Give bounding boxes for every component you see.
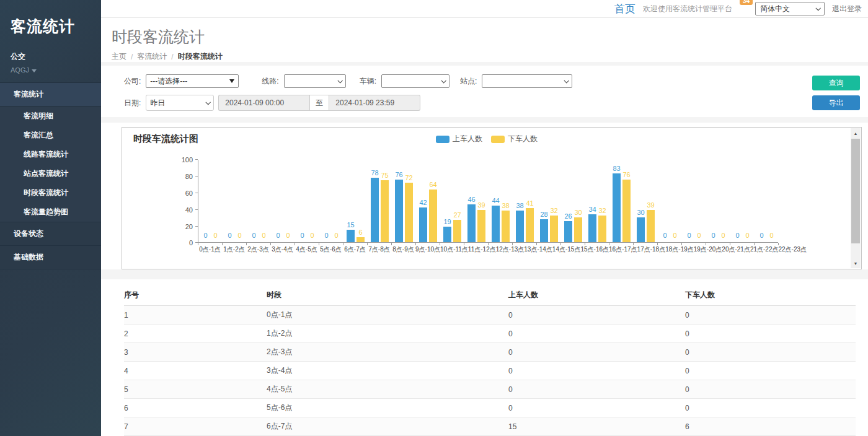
x-tick-label: 18点-19点: [665, 245, 694, 254]
y-tick-label: 0: [189, 239, 193, 246]
bar-group: 156: [343, 160, 368, 242]
scrollbar-thumb[interactable]: [851, 139, 860, 243]
bar-column: 0: [284, 160, 292, 242]
legend-label: 上车人数: [453, 134, 482, 144]
bar-group: 3432: [585, 160, 609, 242]
x-tick-label: 8点-9点: [391, 245, 415, 254]
sidebar-item-基础数据[interactable]: 基础数据: [0, 246, 101, 269]
line-label: 线路:: [262, 76, 278, 87]
date-start-input[interactable]: [218, 95, 309, 111]
bar: [405, 183, 413, 242]
scroll-up-icon[interactable]: ▲: [851, 128, 861, 138]
table-body: 10点-1点0021点-2点0032点-3点0043点-4点0054点-5点00…: [124, 306, 856, 436]
bar-group: 00: [319, 160, 343, 242]
logout-link[interactable]: 退出登录: [832, 4, 862, 14]
table-cell: 6: [124, 399, 267, 417]
bar-value-label: 75: [381, 172, 388, 179]
sidebar-item-线路客流统计[interactable]: 线路客流统计: [0, 145, 101, 164]
welcome-text: 欢迎使用客流统计管理平台: [643, 4, 732, 14]
vehicle-select[interactable]: [381, 74, 450, 88]
bar-group: 00: [223, 160, 247, 242]
bar-value-label: 38: [516, 203, 523, 209]
x-tick-label: 15点-16点: [580, 245, 609, 254]
bar-column: 0: [322, 160, 330, 242]
date-preset-select[interactable]: 昨日: [146, 95, 214, 111]
bar-value-label: 0: [252, 232, 255, 239]
bar-column: 0: [709, 160, 717, 242]
bar-column: 0: [758, 160, 766, 242]
bar-column: 0: [719, 160, 727, 242]
sidebar-item-客流统计[interactable]: 客流统计: [0, 83, 101, 107]
query-button[interactable]: 查询: [812, 76, 860, 90]
bar-column: 30: [574, 160, 582, 242]
sidebar-item-客流明细[interactable]: 客流明细: [0, 107, 101, 126]
bar: [502, 211, 510, 242]
bar-group: 7672: [392, 160, 416, 242]
bar-value-label: 76: [395, 172, 402, 178]
bar-column: 0: [661, 160, 669, 242]
legend-label: 下车人数: [508, 134, 538, 144]
table-cell: 0: [508, 380, 685, 399]
bar-column: 32: [598, 160, 606, 242]
bar-group: 00: [295, 160, 319, 242]
vehicle-label: 车辆:: [360, 76, 376, 87]
chevron-down-icon: [564, 78, 569, 83]
language-select[interactable]: 简体中文: [755, 2, 825, 15]
bar-column: 38: [502, 160, 510, 242]
scroll-down-icon[interactable]: ▼: [851, 258, 861, 268]
bar-group: 1927: [440, 160, 464, 242]
bar-column: 42: [419, 160, 427, 242]
bar-value-label: 0: [228, 232, 231, 239]
bar-group: 00: [755, 160, 779, 242]
app-window: 客流统计 公交 AQGJ 客流统计客流明细客流汇总线路客流统计站点客流统计时段客…: [0, 0, 868, 436]
bar-column: 41: [526, 160, 534, 242]
x-tick-label: 20点-21点: [722, 245, 750, 254]
bar: [613, 173, 621, 242]
date-range-separator: 至: [309, 95, 329, 111]
bar-column: 76: [395, 160, 403, 242]
breadcrumb-parent[interactable]: 客流统计: [137, 51, 167, 62]
table-header-row: 序号时段上车人数下车人数: [124, 286, 856, 306]
bar-column: 15: [347, 160, 355, 242]
sidebar-item-站点客流统计[interactable]: 站点客流统计: [0, 164, 101, 183]
sidebar-item-时段客流统计[interactable]: 时段客流统计: [0, 183, 101, 203]
line-select[interactable]: [284, 74, 346, 88]
bar-column: 75: [381, 160, 389, 242]
bar-value-label: 0: [745, 232, 749, 239]
table-cell: 0点-1点: [267, 306, 508, 325]
table-cell: 0: [685, 362, 856, 380]
x-tick-label: 1点-2点: [222, 245, 246, 254]
export-button[interactable]: 导出: [812, 95, 860, 110]
sidebar-item-设备状态[interactable]: 设备状态: [0, 222, 101, 246]
home-link[interactable]: 首页: [614, 2, 636, 16]
bar-value-label: 0: [300, 232, 304, 239]
table-cell: 2: [124, 325, 267, 343]
sidebar-item-客流汇总[interactable]: 客流汇总: [0, 126, 101, 145]
date-end-input[interactable]: [329, 95, 420, 111]
station-select[interactable]: [482, 74, 572, 88]
breadcrumb-home[interactable]: 主页: [112, 51, 126, 62]
top-bar: 首页 欢迎使用客流统计管理平台 34 简体中文 退出登录: [101, 0, 868, 18]
x-tick-label: 0点-1点: [198, 245, 222, 254]
bar-column: 0: [202, 160, 210, 242]
x-tick-label: 17点-18点: [637, 245, 666, 254]
bar-value-label: 46: [467, 196, 475, 203]
bar-value-label: 0: [237, 232, 241, 239]
bar-column: 0: [274, 160, 282, 242]
y-axis: 020406080100: [174, 160, 198, 243]
table-row: 43点-4点00: [124, 362, 856, 380]
account-dropdown[interactable]: AQGJ: [0, 62, 101, 82]
x-tick-label: 6点-7点: [343, 245, 367, 254]
x-tick-label: 4点-5点: [294, 245, 319, 254]
bar-column: 0: [250, 160, 258, 242]
bar-group: 3039: [634, 160, 658, 242]
bar-group: 2630: [561, 160, 585, 242]
table-row: 10点-1点00: [124, 306, 856, 325]
table-cell: 4点-5点: [267, 380, 508, 399]
language-area: 34 简体中文: [740, 2, 825, 15]
bar-column: 30: [637, 160, 645, 242]
bar-column: 0: [226, 160, 234, 242]
sidebar-item-客流量趋势图[interactable]: 客流量趋势图: [0, 203, 101, 222]
company-select[interactable]: ---请选择---: [146, 74, 239, 88]
vertical-scrollbar[interactable]: ▲ ▼: [851, 128, 861, 268]
